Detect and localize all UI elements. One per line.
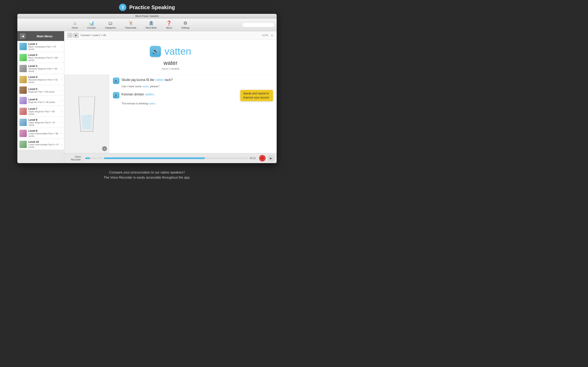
level-chevron-10: › — [61, 143, 62, 146]
level-desc-3: Absolute Beginner Part I • 89 words — [28, 67, 60, 72]
toolbar-flashcards[interactable]: 🃏 Flashcards — [124, 20, 138, 30]
sidebar: ◀ Main Menu Level 1 Basic Vocabulary Par… — [17, 31, 64, 163]
page-count: 42/46 — [262, 34, 268, 37]
record-indicator — [261, 157, 264, 159]
play-button[interactable]: ▶ — [268, 155, 274, 161]
sidebar-back-button[interactable]: ◀ — [20, 33, 26, 39]
home-icon: ⌂ — [73, 21, 76, 26]
toolbar-nav-group: ⌂ Home 📊 Courses 🗂 Categories 🃏 Flashcar… — [19, 20, 242, 30]
level-thumb-3 — [19, 65, 27, 72]
sentence-row-1: 🔊 Skulle jag kunna få lite vatten tack? — [113, 77, 273, 84]
bottom-caption: Compare your pronunciation to our native… — [0, 170, 294, 180]
level-thumb-2 — [19, 54, 27, 61]
level-thumb-6 — [19, 97, 27, 104]
step-badge: 3 — [119, 4, 126, 11]
word-display: 🔊 vatten water noun | neutral — [64, 40, 277, 75]
level-desc-6: Beginner Part II • 99 words — [28, 101, 60, 103]
level-name-3: Level 3 — [28, 64, 60, 67]
level-desc-7: Upper Beginner Part I • 90 words — [28, 110, 60, 115]
toolbar-wordbank[interactable]: 🏦 Word Bank — [144, 20, 158, 30]
level-chevron-1: › — [61, 45, 62, 48]
word-english: water — [164, 60, 177, 66]
sidebar-item-level-6[interactable]: Level 6 Beginner Part II • 99 words › — [17, 95, 64, 106]
level-chevron-8: › — [61, 121, 62, 124]
expand-button[interactable]: + — [102, 146, 107, 151]
level-name-4: Level 4 — [28, 75, 60, 78]
flashcards-icon: 🃏 — [128, 21, 134, 26]
search-container — [242, 22, 275, 27]
level-chevron-9: › — [61, 132, 62, 135]
level-chevron-6: › — [61, 99, 62, 102]
level-name-2: Level 2 — [28, 53, 60, 57]
sentence1-speaker-icon: 🔊 — [114, 79, 118, 83]
level-desc-10: Lower Intermediate Part II • 97 words — [28, 143, 60, 148]
courses-label: Courses — [87, 26, 95, 29]
sentence1-swedish: Skulle jag kunna få lite vatten tack? — [121, 77, 173, 82]
prev-arrow[interactable]: ◀ — [67, 33, 72, 38]
sidebar-item-level-4[interactable]: Level 4 Absolute Beginner Part II • 82 w… — [17, 74, 64, 85]
level-name-8: Level 8 — [28, 118, 60, 121]
sidebar-item-level-7[interactable]: Level 7 Upper Beginner Part I • 90 words… — [17, 106, 64, 117]
toolbar-settings[interactable]: ⚙ Settings — [180, 20, 191, 30]
level-desc-4: Absolute Beginner Part II • 82 words — [28, 78, 60, 83]
word-speaker-button[interactable]: 🔊 — [150, 46, 161, 57]
sidebar-list: Level 1 Basic Vocabulary Part I • 87 wor… — [17, 41, 64, 163]
level-chevron-7: › — [61, 110, 62, 113]
level-thumb-4 — [19, 76, 27, 83]
search-input[interactable] — [242, 22, 275, 27]
level-chevron-4: › — [61, 78, 62, 81]
level-info-2: Level 2 Basic Vocabulary Part II • 100 w… — [28, 53, 60, 61]
star-button[interactable]: ★ — [270, 33, 274, 38]
word-meta: noun | neutral — [162, 67, 179, 70]
sidebar-item-level-2[interactable]: Level 2 Basic Vocabulary Part II • 100 w… — [17, 52, 64, 63]
word-swedish: vatten — [164, 46, 191, 57]
wave-icon: 〰 — [99, 156, 102, 160]
level-chevron-3: › — [61, 67, 62, 70]
level-info-4: Level 4 Absolute Beginner Part II • 82 w… — [28, 75, 60, 83]
sentence1-english: Can I have some water, please? — [113, 85, 273, 88]
level-name-5: Level 5 — [28, 87, 60, 91]
toolbar-courses[interactable]: 📊 Courses — [86, 20, 97, 30]
level-desc-9: Lower Intermediate Part I • 98 words — [28, 132, 60, 137]
toolbar-about[interactable]: ❓ About — [164, 20, 174, 30]
level-name-7: Level 7 — [28, 107, 60, 110]
home-label: Home — [72, 26, 78, 29]
toolbar-home[interactable]: ⌂ Home — [70, 20, 79, 30]
level-chevron-2: › — [61, 56, 62, 59]
sidebar-item-level-8[interactable]: Level 8 Upper Beginner Part II • 97 word… — [17, 117, 64, 128]
record-button[interactable] — [259, 155, 266, 161]
level-thumb-1 — [19, 43, 27, 50]
progress-fill — [104, 157, 205, 159]
sidebar-item-level-10[interactable]: Level 10 Lower Intermediate Part II • 97… — [17, 139, 64, 150]
level-desc-2: Basic Vocabulary Part II • 100 words — [28, 57, 60, 61]
sentence2-english: The woman is drinking water. — [113, 102, 273, 105]
breadcrumb: Courses > Level 1 > All — [81, 34, 262, 37]
sentence2-swedish: Kvinnan dricker vatten. — [121, 92, 155, 97]
courses-icon: 📊 — [89, 21, 94, 26]
wordbank-label: Word Bank — [146, 26, 156, 29]
progress-track — [104, 157, 248, 159]
sidebar-item-level-5[interactable]: Level 5 Beginner Part I • 96 words › — [17, 85, 64, 95]
toolbar-categories[interactable]: 🗂 Categories — [103, 20, 117, 30]
svg-point-0 — [88, 115, 89, 117]
sidebar-item-level-9[interactable]: Level 9 Lower Intermediate Part I • 98 w… — [17, 128, 64, 139]
level-info-6: Level 6 Beginner Part II • 99 words — [28, 98, 60, 103]
sentence2-speaker-button[interactable]: 🔊 — [113, 92, 120, 99]
tooltip-box: Speak and repeat to improve your accent — [240, 90, 273, 101]
sentence-item-1: 🔊 Skulle jag kunna få lite vatten tack? … — [113, 77, 273, 88]
sidebar-item-level-3[interactable]: Level 3 Absolute Beginner Part I • 89 wo… — [17, 63, 64, 74]
sentence1-speaker-button[interactable]: 🔊 — [113, 77, 120, 84]
level-info-8: Level 8 Upper Beginner Part II • 97 word… — [28, 118, 60, 126]
page-title: Practice Speaking — [129, 4, 175, 11]
level-thumb-5 — [19, 86, 27, 94]
window-title: Word Power Swedish — [135, 15, 159, 17]
sidebar-item-level-1[interactable]: Level 1 Basic Vocabulary Part I • 87 wor… — [17, 41, 64, 52]
sidebar-title: Main Menu — [27, 34, 62, 38]
main-content: ◀ Main Menu Level 1 Basic Vocabulary Par… — [17, 31, 277, 163]
next-arrow[interactable]: ▶ — [73, 33, 79, 38]
categories-label: Categories — [105, 26, 116, 29]
playback-bar — [85, 157, 97, 159]
examples-area: + 🔊 Skulle jag kunna få lite vatten tack… — [64, 75, 277, 153]
caption-line2: The Voice Recorder is easily accessible … — [0, 175, 294, 180]
level-thumb-7 — [19, 108, 27, 115]
